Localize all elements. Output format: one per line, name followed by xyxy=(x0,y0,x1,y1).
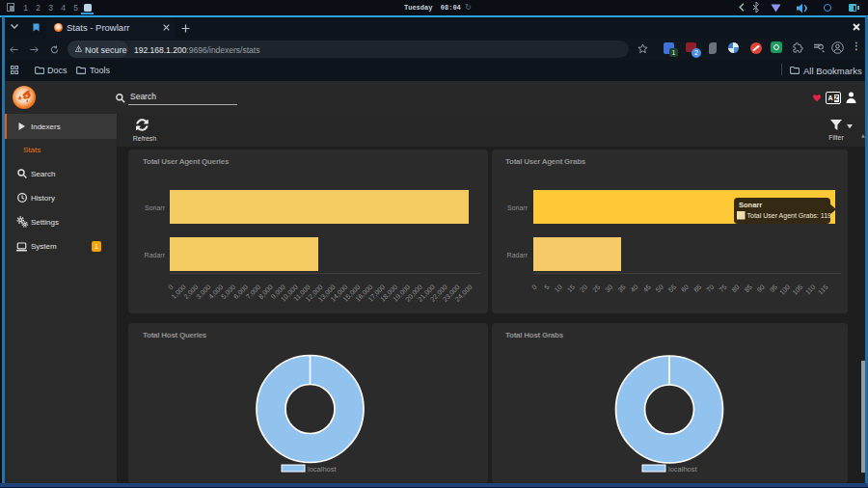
svg-text:30: 30 xyxy=(604,284,614,294)
svg-text:60: 60 xyxy=(680,284,691,294)
svg-text:5: 5 xyxy=(543,284,551,291)
svg-text:95: 95 xyxy=(769,284,779,294)
svg-text:10: 10 xyxy=(554,284,564,294)
svg-text:70: 70 xyxy=(705,284,716,294)
svg-text:110: 110 xyxy=(804,284,817,296)
svg-text:100: 100 xyxy=(778,284,791,296)
svg-text:localhost: localhost xyxy=(668,465,698,474)
svg-text:40: 40 xyxy=(629,284,639,294)
svg-text:Sonarr: Sonarr xyxy=(739,201,762,209)
svg-text:115: 115 xyxy=(817,284,829,296)
svg-text:Total User Agent Grabs: 119: Total User Agent Grabs: 119 xyxy=(747,212,832,220)
svg-text:0: 0 xyxy=(530,284,538,291)
svg-text:105: 105 xyxy=(791,284,803,296)
svg-text:75: 75 xyxy=(718,284,728,294)
svg-text:25: 25 xyxy=(591,284,602,294)
svg-text:90: 90 xyxy=(756,284,767,294)
svg-text:35: 35 xyxy=(616,284,627,294)
svg-text:Radarr: Radarr xyxy=(507,252,529,258)
svg-text:0: 0 xyxy=(167,284,175,291)
svg-text:15: 15 xyxy=(566,284,577,294)
svg-text:45: 45 xyxy=(641,284,652,294)
svg-text:Radarr: Radarr xyxy=(145,252,166,258)
svg-text:65: 65 xyxy=(692,284,703,294)
svg-text:20: 20 xyxy=(579,284,589,294)
svg-text:Sonarr: Sonarr xyxy=(145,204,166,211)
svg-text:85: 85 xyxy=(743,284,753,294)
svg-text:Sonarr: Sonarr xyxy=(507,204,529,211)
svg-text:80: 80 xyxy=(730,284,741,294)
svg-text:localhost: localhost xyxy=(308,465,338,474)
svg-text:50: 50 xyxy=(655,284,665,294)
svg-text:55: 55 xyxy=(667,284,678,294)
